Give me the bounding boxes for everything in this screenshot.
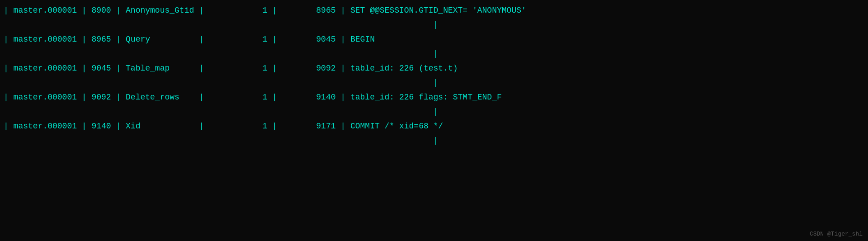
- content-area: | master.000001 | 8900 | Anonymous_Gtid …: [0, 0, 868, 145]
- connector-row: |: [0, 79, 868, 87]
- connector-row: |: [0, 50, 868, 58]
- terminal-container: | master.000001 | 8900 | Anonymous_Gtid …: [0, 0, 868, 241]
- connector-row: |: [0, 21, 868, 29]
- log-row: | master.000001 | 9140 | Xid | 1 | 9171 …: [0, 116, 868, 137]
- watermark: CSDN @Tiger_shl: [810, 231, 863, 237]
- log-row: | master.000001 | 8900 | Anonymous_Gtid …: [0, 0, 868, 21]
- log-row: | master.000001 | 8965 | Query | 1 | 904…: [0, 29, 868, 50]
- log-row: | master.000001 | 9045 | Table_map | 1 |…: [0, 58, 868, 79]
- connector-row: |: [0, 137, 868, 145]
- log-row: | master.000001 | 9092 | Delete_rows | 1…: [0, 87, 868, 108]
- connector-row: |: [0, 108, 868, 116]
